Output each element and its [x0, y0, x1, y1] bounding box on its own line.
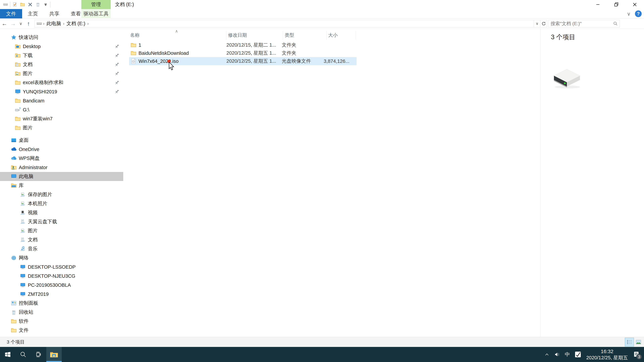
sidebar-item-G:\[interactable]: ?G:\ [0, 105, 123, 114]
preview-pane: 3 个项目 [540, 29, 644, 337]
file-name: Win7x64_2020.iso [138, 58, 226, 64]
file-row-1[interactable]: 12020/12/15, 星期二 1...文件夹 [129, 41, 356, 49]
sidebar-item-PC-20190530OBLA[interactable]: PC-20190530OBLA [0, 281, 123, 290]
sidebar-item-天翼云盘下载[interactable]: 天翼云盘下载 [0, 217, 123, 226]
recycle-icon[interactable] [34, 1, 42, 8]
delete-icon[interactable] [26, 1, 34, 8]
taskbar-search-button[interactable] [16, 347, 31, 362]
sidebar-item-Desktop[interactable]: Desktop [0, 42, 123, 51]
tab-drive-tools[interactable]: 驱动器工具 [81, 9, 111, 18]
address-dropdown-icon[interactable]: ∨ [534, 20, 540, 27]
column-header-类型[interactable]: 类型 [283, 31, 326, 39]
column-header-大小[interactable]: 大小 [326, 31, 356, 39]
sidebar-item-图片[interactable]: 图片 [0, 226, 123, 235]
sidebar-item-视频[interactable]: 视频 [0, 208, 123, 217]
breadcrumb-segment[interactable]: 文档 (E:) [65, 20, 87, 27]
new-folder-icon[interactable] [18, 1, 26, 8]
search-input[interactable] [550, 21, 613, 26]
sidebar-item-label: 网络 [19, 255, 28, 261]
sidebar-item-本机照片[interactable]: 本机照片 [0, 199, 123, 208]
sidebar-item-YUNQISHI2019[interactable]: YUNQISHI2019 [0, 87, 123, 96]
sidebar-item-label: excel表格制作求和 [23, 79, 64, 86]
breadcrumb-chevron-icon[interactable]: › [87, 21, 89, 26]
recent-locations-icon[interactable]: ∨ [18, 19, 24, 28]
sidebar-item-label: 音乐 [28, 246, 38, 252]
up-button[interactable]: ↑ [24, 19, 33, 28]
refresh-button[interactable] [540, 20, 547, 27]
ime-indicator[interactable]: 中 [562, 347, 572, 362]
sidebar-item-快速访问[interactable]: 快速访问 [0, 33, 123, 42]
notification-center-button[interactable]: 3 [630, 347, 642, 362]
folder-icon [130, 50, 136, 56]
sidebar-item-此电脑[interactable]: 此电脑 [0, 172, 123, 181]
sidebar-item-软件[interactable]: 软件 [0, 317, 123, 326]
address-field[interactable]: ›此电脑›文档 (E:)› [34, 20, 534, 27]
sidebar-item-DESKTOP-LSSOEDP[interactable]: DESKTOP-LSSOEDP [0, 263, 123, 272]
file-list: ∧ 名称修改日期类型大小 12020/12/15, 星期二 1...文件夹Bai… [128, 29, 360, 337]
help-icon[interactable]: ? [635, 10, 642, 17]
taskbar-file-explorer-button[interactable] [46, 347, 62, 362]
sidebar-item-音乐[interactable]: 音乐 [0, 244, 123, 253]
sidebar-item-OneDrive[interactable]: OneDrive [0, 145, 123, 154]
sidebar-item-label: ZMT2019 [28, 292, 49, 297]
sidebar-item-桌面[interactable]: 桌面 [0, 136, 123, 145]
restore-button[interactable] [607, 0, 626, 9]
sidebar-item-Administrator[interactable]: Administrator [0, 163, 123, 172]
sidebar-item-网络[interactable]: 网络 [0, 253, 123, 263]
sidebar-item-Bandicam[interactable]: Bandicam [0, 96, 123, 105]
minimize-button[interactable] [589, 0, 607, 9]
expand-ribbon-icon[interactable]: ∨ [627, 11, 630, 17]
sidebar-item-保存的图片[interactable]: 保存的图片 [0, 190, 123, 199]
breadcrumb-segment[interactable]: 此电脑 [45, 20, 63, 27]
task-view-button[interactable] [31, 347, 46, 362]
sidebar-item-文件[interactable]: 文件 [0, 326, 123, 335]
details-view-button[interactable] [625, 338, 634, 347]
lib-doc-icon [20, 219, 26, 225]
back-button[interactable]: ← [0, 19, 9, 28]
sidebar-item-label: 库 [19, 182, 24, 189]
window-controls [589, 0, 644, 9]
folder-download-icon [15, 52, 21, 58]
start-button[interactable] [0, 347, 16, 362]
sidebar-item-win7重装win7[interactable]: win7重装win7 [0, 114, 123, 123]
quick-access-toolbar [0, 0, 51, 9]
breadcrumb-chevron-icon[interactable]: › [43, 21, 45, 26]
window-drive-icon[interactable] [2, 1, 10, 8]
sidebar-item-控制面板[interactable]: 控制面板 [0, 299, 123, 308]
tab-共享[interactable]: 共享 [44, 9, 65, 18]
sidebar-item-下载[interactable]: 下载 [0, 51, 123, 60]
tray-chevron-icon[interactable] [542, 347, 552, 362]
sidebar-item-文档[interactable]: 文档 [0, 235, 123, 244]
breadcrumb-chevron-icon[interactable]: › [63, 21, 65, 26]
column-header-修改日期[interactable]: 修改日期 [226, 31, 283, 39]
navigation-pane: 快速访问Desktop下载文档图片excel表格制作求和YUNQISHI2019… [0, 29, 123, 337]
close-button[interactable] [626, 0, 644, 9]
sidebar-item-label: 文档 [23, 61, 32, 68]
checkmark-app-icon[interactable] [572, 347, 584, 362]
sidebar-item-库[interactable]: 库 [0, 181, 123, 190]
volume-icon[interactable] [552, 347, 562, 362]
sidebar-item-图片[interactable]: 图片 [0, 69, 123, 78]
file-size: 3,874,126... [324, 58, 350, 64]
customize-qat-icon[interactable] [42, 1, 50, 8]
tab-主页[interactable]: 主页 [22, 9, 44, 18]
window-title: 文档 (E:) [115, 0, 134, 9]
sidebar-item-label: 视频 [28, 209, 38, 216]
sidebar-item-label: G:\ [23, 107, 29, 113]
file-row-BaiduNetdiskDownload[interactable]: BaiduNetdiskDownload2020/12/25, 星期五 1...… [129, 49, 356, 57]
sidebar-item-文档[interactable]: 文档 [0, 60, 123, 69]
lib-pic-icon [20, 192, 26, 198]
sidebar-item-DESKTOP-NJEU3CG[interactable]: DESKTOP-NJEU3CG [0, 272, 123, 281]
search-box[interactable] [548, 20, 620, 27]
sidebar-item-WPS网盘[interactable]: WPS网盘 [0, 154, 123, 163]
sidebar-item-ZMT2019[interactable]: ZMT2019 [0, 290, 123, 299]
sidebar-item-图片[interactable]: 图片 [0, 123, 123, 132]
sidebar-item-excel表格制作求和[interactable]: excel表格制作求和 [0, 78, 123, 87]
forward-button[interactable]: → [9, 19, 18, 28]
sidebar-item-回收站[interactable]: 回收站 [0, 308, 123, 317]
tab-file[interactable]: 文件 [0, 9, 22, 18]
file-row-Win7x64_2020.iso[interactable]: Win7x64_2020.iso2020/12/25, 星期五 1...光盘映像… [129, 57, 356, 65]
properties-icon[interactable] [11, 1, 18, 8]
taskbar-clock[interactable]: 16:32 2020/12/25, 星期五 [584, 348, 630, 361]
thumbnail-view-button[interactable] [634, 338, 643, 347]
